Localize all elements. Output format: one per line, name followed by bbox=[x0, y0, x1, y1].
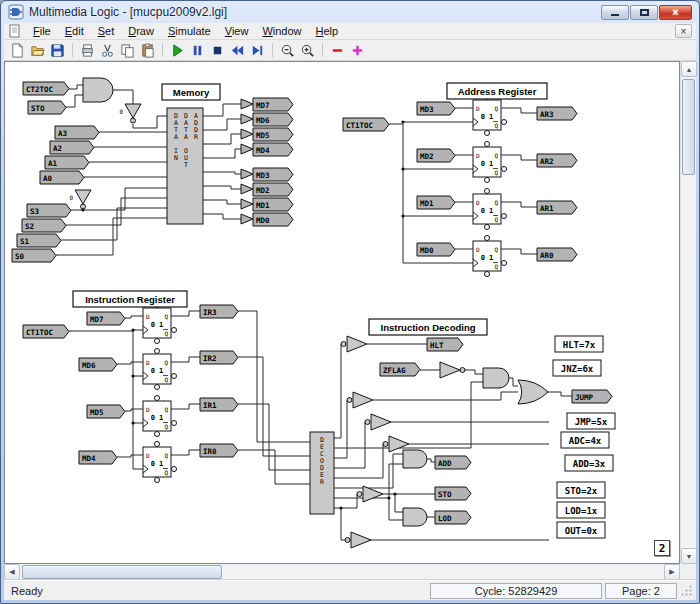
ff-label: D bbox=[146, 452, 150, 459]
circuit-canvas[interactable]: DATAINDATAOUTADDRDECODERDQQ0 1DQQ0 1DQQ0… bbox=[4, 61, 680, 564]
and-gate[interactable] bbox=[403, 508, 427, 526]
inverter-gate[interactable] bbox=[353, 392, 373, 408]
signal-tag-label: IR0 bbox=[203, 447, 217, 456]
wire bbox=[465, 370, 483, 374]
signal-tag-label: MD3 bbox=[420, 105, 434, 114]
signal-tag-label: STO bbox=[438, 490, 452, 499]
zoom-out-button[interactable] bbox=[278, 41, 297, 59]
const-zero[interactable] bbox=[125, 104, 141, 118]
ff-label: D bbox=[476, 199, 480, 206]
toolbar-separator bbox=[162, 43, 163, 57]
scroll-down-button[interactable]: ▼ bbox=[681, 548, 697, 564]
negation-bubble bbox=[172, 421, 177, 426]
negation-bubble bbox=[172, 328, 177, 333]
opcode-label: JMP=5x bbox=[575, 417, 608, 427]
and-gate[interactable] bbox=[403, 450, 427, 468]
title-bar[interactable]: Multimedia Logic - [mucpu2009v2.lgi] × bbox=[4, 1, 696, 23]
menu-edit[interactable]: Edit bbox=[58, 24, 91, 38]
signal-tag-label: MD2 bbox=[256, 186, 270, 195]
rewind-button[interactable] bbox=[228, 41, 247, 59]
horizontal-scroll-thumb[interactable] bbox=[22, 565, 222, 579]
bus-connector[interactable] bbox=[241, 144, 253, 154]
run-button[interactable] bbox=[168, 41, 187, 59]
memory-chip-label: T bbox=[184, 161, 188, 169]
and-gate[interactable] bbox=[83, 78, 113, 102]
new-button[interactable] bbox=[8, 41, 27, 59]
menu-set[interactable]: Set bbox=[91, 24, 122, 38]
scroll-right-button[interactable]: ▶ bbox=[664, 564, 680, 580]
bus-connector[interactable] bbox=[241, 199, 253, 209]
menu-simulate[interactable]: Simulate bbox=[161, 24, 218, 38]
close-button[interactable]: × bbox=[659, 5, 692, 20]
negation-bubble bbox=[365, 420, 370, 425]
ff-label: D bbox=[476, 152, 480, 159]
document-icon[interactable] bbox=[8, 24, 22, 38]
bus-connector[interactable] bbox=[241, 114, 253, 124]
menu-view[interactable]: View bbox=[218, 24, 256, 38]
rewind-icon bbox=[230, 43, 245, 58]
step-button[interactable] bbox=[248, 41, 267, 59]
inverter-gate[interactable] bbox=[351, 532, 371, 548]
minimize-button[interactable] bbox=[601, 5, 629, 20]
horizontal-scrollbar[interactable]: ◀ ▶ bbox=[4, 564, 680, 580]
set-bubble bbox=[485, 236, 490, 241]
wire bbox=[507, 108, 537, 113]
copy-button[interactable] bbox=[118, 41, 137, 59]
wire-junction bbox=[393, 492, 396, 495]
open-icon bbox=[30, 43, 45, 58]
wire-junction bbox=[339, 506, 342, 509]
maximize-button[interactable] bbox=[630, 5, 658, 20]
ff-state: 0 1 bbox=[151, 414, 164, 422]
paste-button[interactable] bbox=[138, 41, 157, 59]
vertical-scrollbar[interactable]: ▲ ▼ bbox=[680, 61, 696, 564]
bus-connector[interactable] bbox=[241, 99, 253, 109]
print-button[interactable] bbox=[78, 41, 97, 59]
open-button[interactable] bbox=[28, 41, 47, 59]
zoom-in-button[interactable] bbox=[298, 41, 317, 59]
scroll-up-button[interactable]: ▲ bbox=[681, 61, 697, 77]
cut-button[interactable] bbox=[98, 41, 117, 59]
bus-connector[interactable] bbox=[241, 214, 253, 224]
bus-connector[interactable] bbox=[241, 184, 253, 194]
or-gate[interactable] bbox=[518, 380, 548, 404]
paste-icon bbox=[140, 43, 155, 58]
mdi-close-button[interactable]: × bbox=[675, 24, 692, 38]
wire bbox=[69, 331, 133, 469]
inverter-gate[interactable] bbox=[371, 414, 391, 430]
signal-tag-label: AR3 bbox=[540, 110, 554, 119]
and-gate[interactable] bbox=[483, 368, 509, 388]
save-button[interactable] bbox=[48, 41, 67, 59]
signal-tag-label: MD4 bbox=[82, 454, 96, 463]
bus-connector[interactable] bbox=[241, 169, 253, 179]
stop-button[interactable] bbox=[208, 41, 227, 59]
circuit-diagram[interactable]: DATAINDATAOUTADDRDECODERDQQ0 1DQQ0 1DQQ0… bbox=[5, 62, 680, 564]
minimize-icon bbox=[611, 14, 619, 16]
signal-tag-label: S3 bbox=[30, 207, 40, 216]
opcode-label: STO=2x bbox=[565, 486, 598, 496]
bus-connector[interactable] bbox=[241, 129, 253, 139]
negation-bubble bbox=[357, 492, 362, 497]
menu-help[interactable]: Help bbox=[309, 24, 346, 38]
inverter-gate[interactable] bbox=[440, 362, 460, 378]
vertical-scroll-track[interactable] bbox=[681, 77, 696, 548]
const-zero[interactable] bbox=[75, 190, 91, 204]
resize-grip[interactable] bbox=[680, 584, 693, 597]
signal-tag-label: AR0 bbox=[540, 251, 554, 260]
memory-chip-label: A bbox=[184, 133, 188, 141]
wire bbox=[238, 404, 310, 470]
menu-file[interactable]: File bbox=[26, 24, 58, 38]
scroll-left-button[interactable]: ◀ bbox=[4, 564, 20, 580]
vertical-scroll-thumb[interactable] bbox=[682, 79, 695, 175]
maximize-icon bbox=[640, 9, 649, 16]
page-remove-button[interactable] bbox=[328, 41, 347, 59]
horizontal-scroll-track[interactable] bbox=[20, 564, 664, 580]
ff-label: Q bbox=[164, 469, 168, 476]
inverter-gate[interactable] bbox=[347, 336, 367, 352]
new-icon bbox=[10, 43, 25, 58]
wire-junction bbox=[131, 328, 134, 331]
menu-draw[interactable]: Draw bbox=[121, 24, 161, 38]
save-icon bbox=[50, 43, 65, 58]
menu-window[interactable]: Window bbox=[255, 24, 308, 38]
pause-button[interactable] bbox=[188, 41, 207, 59]
page-add-button[interactable] bbox=[348, 41, 367, 59]
